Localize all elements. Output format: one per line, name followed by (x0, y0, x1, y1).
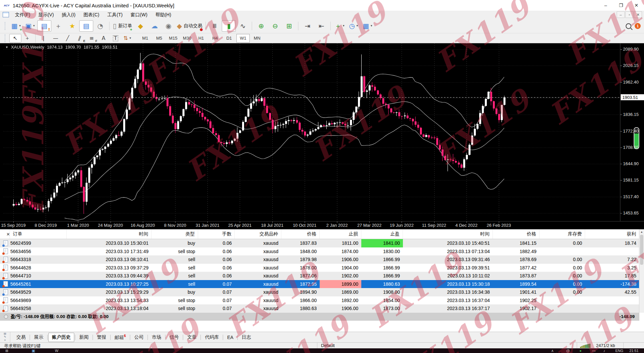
toolbox-close-icon[interactable]: ✕ (6, 232, 10, 237)
taskbar-language[interactable]: ENG (615, 349, 623, 353)
history-row[interactable]: 566447102023.03.13 09:44:39sell0.06xauus… (0, 272, 644, 280)
crosshair-tool[interactable]: ＋ (21, 34, 33, 43)
vline-tool[interactable]: | (38, 34, 50, 43)
menu-item-5[interactable]: 窗口(W) (127, 11, 152, 18)
dropdown-caret-icon[interactable]: ▼ (129, 37, 132, 40)
text-tool[interactable]: A (98, 34, 110, 43)
hline-tool[interactable]: — (50, 34, 62, 43)
toolbar-gripper[interactable] (5, 34, 7, 42)
mdi-close-button[interactable]: ✕ (634, 11, 642, 18)
column-header-5[interactable]: 价格 (281, 229, 320, 239)
tab-signals[interactable]: 信号 (166, 333, 182, 342)
tray-volume-icon[interactable]: ♪ (603, 349, 605, 353)
search-icon[interactable] (626, 23, 631, 29)
navigator-button[interactable]: ★ (65, 20, 79, 32)
periods-button[interactable]: ◷▼ (347, 20, 361, 32)
column-header-9[interactable]: 价格 (493, 229, 539, 239)
timeframe-w1[interactable]: W1 (236, 34, 250, 43)
autotrading-button[interactable]: ◆●自动交易 (175, 20, 203, 32)
timeframe-m15[interactable]: M15 (166, 34, 180, 43)
menu-item-6[interactable]: 帮助(H) (152, 11, 175, 18)
history-row[interactable]: 566452612023.03.13 10:27:25sell0.07xauus… (0, 280, 644, 288)
taskbar-app-icon[interactable]: W (55, 349, 58, 353)
notification-badge[interactable]: 1 (635, 23, 641, 29)
trendline-tool[interactable]: ╱ (62, 34, 74, 43)
scroll-up-icon[interactable]: ▲ (639, 229, 644, 233)
dropdown-caret-icon[interactable]: ▼ (356, 24, 359, 27)
timeframe-h1[interactable]: H1 (194, 34, 208, 43)
chart-shift-button[interactable]: ⇤ (314, 20, 328, 32)
fibonacci-tool[interactable]: ≡F (86, 34, 98, 43)
signals-button[interactable]: ◉ (161, 20, 175, 32)
column-header-10[interactable]: 库存费 (539, 229, 585, 239)
zoom-in-button[interactable]: ⊕ (254, 20, 268, 32)
label-tool[interactable]: T (110, 34, 122, 43)
price-axis[interactable]: 1903.51 2089.902026.151962.401836.151772… (620, 43, 644, 221)
tab-company[interactable]: 公司 (131, 333, 147, 342)
dropdown-caret-icon[interactable]: ▼ (342, 24, 345, 27)
chart-area[interactable]: ▼ XAUUSD,Weekly 1874.13 1909.70 1871.55 … (0, 43, 644, 229)
column-header-6[interactable]: 止损 (320, 229, 361, 239)
new-order-button[interactable]: ▯＋新订单 (112, 20, 134, 32)
community-button[interactable]: ☁ (148, 20, 161, 32)
timeframe-mn[interactable]: MN (250, 34, 264, 43)
start-button-icon[interactable]: ⊞ (5, 349, 8, 353)
tab-exposure[interactable]: 展示 (31, 333, 47, 342)
timeframe-m30[interactable]: M30 (180, 34, 194, 43)
chevron-down-icon[interactable]: ▼ (5, 46, 8, 49)
history-row[interactable]: 566495292023.03.13 15:29:29buy0.07xauusd… (0, 288, 644, 296)
column-header-4[interactable]: 交易品种 (235, 229, 281, 239)
tab-journal[interactable]: 日志 (238, 333, 254, 342)
status-profile-label[interactable]: Default (321, 343, 335, 348)
mdi-minimize-button[interactable]: – (617, 11, 625, 18)
channel-tool[interactable]: ∥E (74, 34, 86, 43)
column-header-7[interactable]: 止盈 (361, 229, 403, 239)
tray-cloud-icon[interactable]: @ (566, 349, 570, 353)
menu-item-2[interactable]: 插入(I) (58, 11, 80, 18)
history-row[interactable]: 566433182023.03.13 08:10:41sell0.06xauus… (0, 255, 644, 264)
column-header-3[interactable]: 手数 (198, 229, 235, 239)
taskbar-app-icon[interactable]: ▣ (32, 349, 35, 353)
docked-toolbar-stack[interactable]: ▤ ✎ ≡ (0, 332, 10, 342)
history-row[interactable]: 566346562023.03.10 17:31:49sell stop0.06… (0, 247, 644, 256)
history-scrollbar[interactable]: ▲ (639, 229, 644, 313)
column-header-11[interactable]: 获利 (585, 229, 639, 239)
line-mode-button[interactable]: ∿ (236, 20, 250, 32)
templates-button[interactable]: ▦▼ (361, 20, 375, 32)
tab-news[interactable]: 新闻 (76, 333, 92, 342)
tab-account-history[interactable]: 账户历史 (48, 333, 74, 342)
arrows-tool[interactable]: ⇅▼ (122, 34, 134, 43)
zoom-out-button[interactable]: ⊖ (268, 20, 282, 32)
bars-mode-button[interactable]: ≡ (208, 20, 222, 32)
column-header-0[interactable]: 订单 (10, 229, 67, 239)
taskbar-clock[interactable]: 21:51 (629, 349, 639, 353)
history-row[interactable]: 566492582023.03.13 13:18:04sell stop0.07… (0, 304, 644, 313)
history-row[interactable]: 566446282023.03.13 09:37:29sell0.06xauus… (0, 264, 644, 272)
minimize-button[interactable]: – (598, 0, 613, 11)
metaeditor-button[interactable]: ◆ (134, 20, 148, 32)
menu-item-1[interactable]: 显示(V) (34, 11, 58, 18)
date-axis[interactable]: 15 Sep 20198 Dec 20191 Mar 202024 May 20… (0, 221, 644, 229)
tab-code-base[interactable]: 代码库 (201, 333, 222, 342)
candles-mode-button[interactable]: ▮ (222, 20, 236, 32)
menu-item-3[interactable]: 图表(C) (80, 11, 103, 18)
timeframe-h4[interactable]: H4 (208, 34, 222, 43)
timeframe-d1[interactable]: D1 (222, 34, 236, 43)
tab-alerts[interactable]: 警报 (94, 333, 110, 342)
scrollbar-thumb[interactable] (640, 235, 643, 265)
timeframe-m1[interactable]: M1 (139, 34, 152, 43)
chart-window-icon[interactable] (3, 12, 9, 17)
dropdown-caret-icon[interactable]: ▼ (33, 24, 35, 27)
mdi-restore-button[interactable]: ▫ (625, 11, 633, 18)
dropdown-caret-icon[interactable]: ▼ (19, 24, 21, 27)
market-watch-button[interactable]: ▤↕ (37, 20, 51, 32)
dropdown-caret-icon[interactable]: ▼ (370, 24, 373, 27)
maximize-button[interactable]: ❐ (613, 0, 629, 11)
column-header-8[interactable]: 时间 (403, 229, 493, 239)
tray-display-icon[interactable]: ▭ (592, 349, 595, 353)
close-button[interactable]: ✕ (629, 0, 644, 11)
column-header-2[interactable]: 类型 (152, 229, 198, 239)
tab-mailbox[interactable]: 邮箱6 (111, 332, 129, 342)
cursor-tool[interactable]: ↖ (9, 34, 21, 43)
tray-green-icon[interactable]: ● (579, 349, 582, 353)
